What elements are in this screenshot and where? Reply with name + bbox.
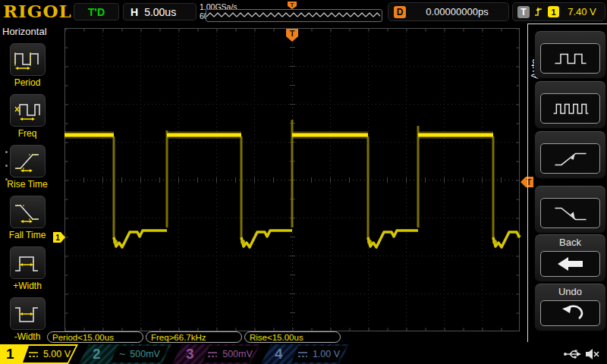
memory-waveform-preview bbox=[206, 10, 380, 20]
waveform-low-level bbox=[114, 231, 520, 247]
freq-icon bbox=[14, 99, 41, 122]
delay-value: 0.00000000ps bbox=[406, 6, 508, 17]
dc-coupling-icon bbox=[207, 350, 218, 358]
channel-2-status[interactable]: 2 ~ 500mV bbox=[79, 344, 171, 364]
svg-text:T: T bbox=[291, 2, 294, 8]
oscilloscope-screen: T T 1 RIGOL T'D H 5.00us 1.00GSa/s 60.0k… bbox=[0, 0, 607, 364]
channel-4-status[interactable]: 4 1.00 V bbox=[261, 344, 349, 364]
ch1-ground-marker[interactable]: 1 bbox=[53, 232, 65, 243]
channel-4-scale: 1.00 V bbox=[313, 349, 340, 359]
channel-3-number: 3 bbox=[186, 345, 194, 363]
menu-button-back[interactable]: Back bbox=[534, 234, 606, 282]
channel-3-scale: 500mV bbox=[222, 349, 253, 359]
sidebar-item-period[interactable]: Period bbox=[0, 43, 55, 88]
undo-button-label: Undo bbox=[535, 286, 605, 297]
falling-edge-slope-icon bbox=[549, 202, 592, 224]
memory-position-bar[interactable] bbox=[206, 9, 382, 22]
channel-1-scale: 5.00 V bbox=[43, 349, 71, 359]
multi-period-square-icon bbox=[549, 98, 592, 119]
delay-readout-box: D 0.00000000ps bbox=[388, 2, 509, 21]
memory-trigger-marker: T bbox=[287, 1, 297, 9]
trigger-readout-box: T 1 7.40 V bbox=[512, 2, 605, 21]
measurement-period[interactable]: Period<15.00us bbox=[47, 331, 143, 343]
undo-arrow-icon bbox=[554, 304, 587, 322]
measurement-rise[interactable]: Rise<15.00us bbox=[244, 331, 341, 343]
sidebar-label: +Width bbox=[0, 281, 55, 291]
menu-button-multi-period-square[interactable] bbox=[534, 80, 606, 129]
ch1-ground-label: 1 bbox=[55, 234, 60, 242]
timebase-h-label: H bbox=[131, 6, 138, 18]
sidebar-label: Rise Time bbox=[0, 179, 55, 190]
menu-button-single-period-square[interactable] bbox=[534, 30, 606, 79]
menu-button-rising-edge[interactable] bbox=[534, 130, 606, 179]
ac-coupling-icon: ~ bbox=[119, 348, 125, 360]
back-arrow-icon bbox=[554, 255, 587, 273]
graticule-border bbox=[65, 29, 520, 331]
single-period-square-icon bbox=[549, 48, 592, 69]
back-button-label: Back bbox=[535, 237, 605, 248]
plus-width-icon bbox=[14, 252, 41, 275]
sidebar-item-freq[interactable]: Freq bbox=[0, 94, 55, 139]
menu-button-falling-edge[interactable] bbox=[534, 185, 606, 234]
channel-4-number: 4 bbox=[275, 345, 283, 363]
graticule: T T 1 bbox=[0, 0, 607, 364]
speaker-muted-icon bbox=[584, 347, 599, 361]
ch1-waveform-trace bbox=[64, 120, 520, 247]
trigger-level-value: 7.40 V bbox=[559, 6, 605, 17]
sidebar-item-rise-time[interactable]: Rise Time bbox=[0, 145, 55, 190]
waveform-edges bbox=[114, 120, 493, 240]
measurement-freq[interactable]: Freq>66.7kHz bbox=[146, 331, 242, 343]
channel-2-scale: 500mV bbox=[130, 349, 160, 359]
menu-button-undo[interactable]: Undo bbox=[534, 283, 606, 331]
channel-2-number: 2 bbox=[93, 345, 101, 363]
usb-icon bbox=[563, 348, 581, 360]
sidebar-label: Freq bbox=[0, 128, 55, 139]
minus-width-icon bbox=[14, 303, 41, 325]
timebase-value: 5.00us bbox=[144, 6, 176, 18]
rise-time-icon bbox=[14, 150, 41, 173]
left-sidebar-title: Horizontal bbox=[2, 26, 47, 37]
rising-edge-icon bbox=[533, 6, 543, 17]
grid-lines bbox=[103, 28, 483, 331]
trigger-status-badge: T'D bbox=[74, 3, 119, 20]
fall-time-icon bbox=[14, 201, 41, 224]
trigger-t-chip: T bbox=[517, 6, 530, 18]
delay-d-chip: D bbox=[394, 6, 406, 18]
dc-coupling-icon bbox=[297, 350, 308, 358]
sidebar-label: Period bbox=[0, 77, 55, 88]
rigol-logo: RIGOL bbox=[3, 1, 73, 21]
trigger-position-marker[interactable]: T bbox=[286, 29, 298, 42]
channel-1-number: 1 bbox=[6, 345, 14, 363]
sidebar-item-fall-time[interactable]: Fall Time bbox=[0, 196, 55, 240]
trigger-source-chip: 1 bbox=[548, 6, 559, 17]
channel-1-status[interactable]: 1 5.00 V bbox=[0, 344, 78, 364]
sidebar-label: Fall Time bbox=[0, 230, 55, 240]
horizontal-timebase-box[interactable]: H 5.00us bbox=[123, 3, 197, 20]
dc-coupling-icon bbox=[28, 350, 39, 358]
period-icon bbox=[14, 49, 41, 71]
channel-3-status[interactable]: 3 500mV bbox=[172, 344, 260, 364]
rising-edge-slope-icon bbox=[549, 148, 592, 169]
trigger-position-label: T bbox=[290, 29, 295, 38]
trigger-status-text: T'D bbox=[88, 6, 105, 18]
sidebar-item-plus-width[interactable]: +Width bbox=[0, 246, 55, 291]
